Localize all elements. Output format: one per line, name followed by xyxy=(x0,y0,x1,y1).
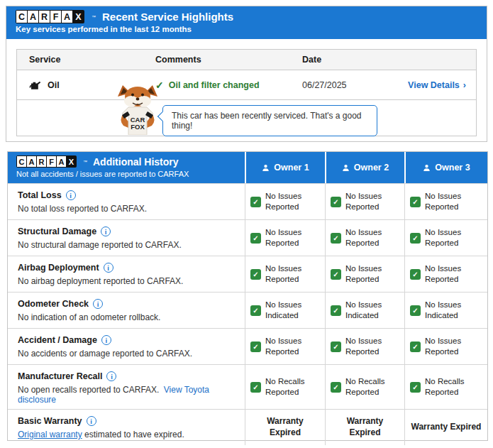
info-icon[interactable]: i xyxy=(101,226,111,236)
col-header-service: Service xyxy=(17,55,155,65)
history-row-manufacturer-recall: Manufacturer Recall i No open recalls re… xyxy=(8,364,487,409)
history-row-total-loss: Total Loss i No total loss reported to C… xyxy=(8,183,487,219)
info-icon[interactable]: i xyxy=(104,263,113,273)
row-title: Structural Damage xyxy=(18,226,96,236)
history-row-odometer-check: Odometer Check i No indication of an odo… xyxy=(8,292,487,328)
check-icon: ✓ xyxy=(331,233,341,244)
row-title: Total Loss xyxy=(18,190,62,200)
service-table: Service Comments Date Oil ✓ xyxy=(16,49,477,136)
recent-service-body: Service Comments Date Oil ✓ xyxy=(6,39,487,146)
info-icon[interactable]: i xyxy=(101,335,111,345)
history-row-basic-warranty: Basic Warranty i Original warranty estim… xyxy=(8,409,487,445)
owner-1-status: ✓ No Issues Reported xyxy=(245,220,325,256)
row-description: No airbag deployment reported to CARFAX. xyxy=(18,276,235,286)
section-title: Recent Service Highlights xyxy=(102,11,233,23)
owner-2-status: Warranty Expired xyxy=(325,410,404,445)
carfax-logo-letter: C xyxy=(17,156,26,167)
carfax-logo-letter: A xyxy=(27,156,36,167)
row-description: No structural damage reported to CARFAX. xyxy=(18,240,235,250)
fox-shirt-text: FOX xyxy=(131,123,145,131)
owner-3-status: ✓ No Issues Reported xyxy=(404,329,487,364)
history-row-airbag-deployment: Airbag Deployment i No airbag deployment… xyxy=(8,256,487,292)
info-icon[interactable]: i xyxy=(106,371,116,381)
check-icon: ✓ xyxy=(250,269,261,280)
owner-3-status: ✓ No Recalls Reported xyxy=(404,365,487,409)
oil-can-icon xyxy=(29,80,41,90)
person-icon xyxy=(423,164,431,172)
carfax-logo-letter: A xyxy=(62,11,72,23)
check-icon: ✓ xyxy=(331,342,341,352)
owner-1-status: ✓ No Issues Indicated xyxy=(245,293,325,328)
owner-2-status: ✓ No Issues Reported xyxy=(325,256,404,292)
service-row-oil: Oil ✓ Oil and filter changed 06/27/2025 … xyxy=(17,70,476,100)
check-icon: ✓ xyxy=(410,342,421,352)
row-title: Accident / Damage xyxy=(18,335,97,345)
owner-1-status: ✓ No Issues Reported xyxy=(245,256,325,292)
check-icon: ✓ xyxy=(410,197,421,207)
check-icon: ✓ xyxy=(250,197,261,207)
owner-1-status: ✓ No Recalls Reported xyxy=(245,365,325,409)
row-description: No indication of an odometer rollback. xyxy=(18,312,235,322)
owner-2-status: ✓ No Issues Reported xyxy=(325,329,404,364)
info-icon[interactable]: i xyxy=(87,416,96,426)
owner-1-column-header: Owner 1 xyxy=(245,152,325,183)
carfax-logo-letter-x: X xyxy=(67,156,76,167)
section-subtitle: Key services performed in the last 12 mo… xyxy=(16,25,477,33)
info-icon[interactable]: i xyxy=(93,299,103,309)
row-title: Manufacturer Recall xyxy=(18,371,102,381)
row-title: Odometer Check xyxy=(18,299,89,309)
carfax-logo-letter: A xyxy=(57,156,66,167)
original-warranty-link[interactable]: Original warranty xyxy=(18,430,82,439)
check-icon: ✓ xyxy=(250,305,261,316)
owner-3-status: ✓ No Issues Reported xyxy=(404,256,487,292)
service-table-header: Service Comments Date xyxy=(17,50,476,70)
owner-3-status: ✓ No Issues Reported xyxy=(404,184,487,219)
check-icon: ✓ xyxy=(410,305,421,316)
check-icon: ✓ xyxy=(250,342,261,352)
section-subtitle: Not all accidents / issues are reported … xyxy=(16,170,236,178)
check-icon: ✓ xyxy=(250,233,261,244)
person-icon xyxy=(262,164,270,172)
carfax-logo: C A R F A X xyxy=(16,155,77,168)
carfax-logo-letter: F xyxy=(47,156,56,167)
service-date: 06/27/2025 xyxy=(302,80,405,90)
additional-history-header: C A R F A X ™ Additional History Not all… xyxy=(8,152,487,183)
row-description: estimated to have expired. xyxy=(82,430,184,439)
row-title: Airbag Deployment xyxy=(18,263,99,273)
carfax-logo: C A R F A X xyxy=(16,10,84,23)
chevron-right-icon: › xyxy=(463,80,466,90)
owner-3-column-header: Owner 3 xyxy=(404,152,487,183)
owner-2-status: ✓ No Recalls Reported xyxy=(325,365,404,409)
check-icon: ✓ xyxy=(410,233,421,244)
col-header-comments: Comments xyxy=(155,55,302,65)
owner-2-status: ✓ No Issues Reported xyxy=(325,220,404,256)
section-title: Additional History xyxy=(93,156,179,168)
check-icon: ✓ xyxy=(331,305,341,316)
carfax-logo-letter: R xyxy=(39,11,50,23)
owner-3-status: ✓ No Issues Indicated xyxy=(404,293,487,328)
service-comment: Oil and filter changed xyxy=(169,80,260,90)
history-row-accident-damage: Accident / Damage i No accidents or dama… xyxy=(8,328,487,364)
recent-service-header: C A R F A X ™ Recent Service Highlights … xyxy=(6,6,487,39)
info-icon[interactable]: i xyxy=(66,190,76,200)
fox-speech-bubble: This car has been recently serviced. Tha… xyxy=(162,105,377,136)
check-icon: ✓ xyxy=(410,269,421,280)
owner-3-status: ✓ No Issues Reported xyxy=(404,220,487,256)
trademark-mark: ™ xyxy=(83,160,87,164)
owner-2-status: ✓ No Issues Reported xyxy=(325,184,404,219)
person-icon xyxy=(342,164,350,172)
row-description: No accidents or damage reported to CARFA… xyxy=(18,349,235,359)
additional-history-card: C A R F A X ™ Additional History Not all… xyxy=(7,151,488,441)
col-header-date: Date xyxy=(302,55,405,65)
view-details-link[interactable]: View Details› xyxy=(408,80,466,90)
row-description: No total loss reported to CARFAX. xyxy=(18,204,235,214)
service-name: Oil xyxy=(48,80,60,90)
fox-note-row: CAR FOX This car has been recently servi… xyxy=(17,100,476,136)
history-row-structural-damage: Structural Damage i No structural damage… xyxy=(8,219,487,256)
carfax-logo-letter: C xyxy=(16,11,27,23)
car-fox-mascot: CAR FOX xyxy=(114,85,161,135)
recent-service-card: C A R F A X ™ Recent Service Highlights … xyxy=(6,6,487,142)
trademark-mark: ™ xyxy=(92,15,96,19)
owner-2-column-header: Owner 2 xyxy=(325,152,404,183)
owner-1-status: ✓ No Issues Reported xyxy=(245,184,325,219)
